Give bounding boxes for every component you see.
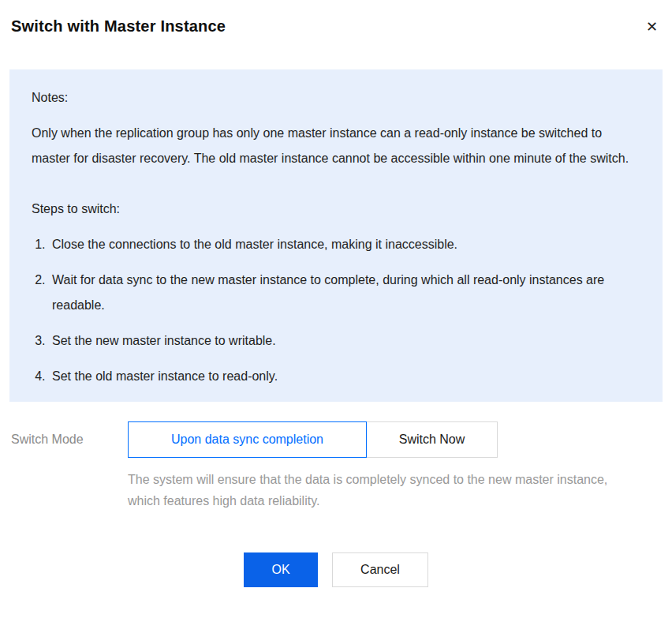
dialog-footer: OK Cancel (9, 552, 663, 587)
switch-mode-options: Upon data sync completion Switch Now (128, 421, 498, 458)
step-item-2: Wait for data sync to the new master ins… (49, 268, 640, 318)
notes-body-text: Only when the replication group has only… (32, 121, 640, 171)
ok-button[interactable]: OK (244, 552, 318, 587)
switch-mode-description: The system will ensure that the data is … (128, 469, 633, 511)
step-item-4: Set the old master instance to read-only… (49, 364, 640, 389)
switch-mode-label: Switch Mode (11, 433, 128, 447)
dialog-header: Switch with Master Instance ✕ (9, 0, 663, 36)
switch-master-dialog: Switch with Master Instance ✕ Notes: Onl… (0, 0, 672, 633)
mode-option-switch-now[interactable]: Switch Now (366, 421, 498, 458)
notes-heading: Notes: (32, 85, 640, 110)
step-item-3: Set the new master instance to writable. (49, 328, 640, 354)
step-item-1: Close the connections to the old master … (49, 232, 640, 257)
steps-list: Close the connections to the old master … (32, 232, 640, 389)
notes-panel: Notes: Only when the replication group h… (9, 69, 663, 402)
mode-option-upon-data-sync[interactable]: Upon data sync completion (128, 421, 367, 458)
close-icon[interactable]: ✕ (644, 17, 659, 36)
steps-heading: Steps to switch: (32, 197, 640, 222)
cancel-button[interactable]: Cancel (332, 552, 428, 587)
switch-mode-row: Switch Mode Upon data sync completion Sw… (9, 421, 663, 458)
page-title: Switch with Master Instance (11, 17, 226, 36)
